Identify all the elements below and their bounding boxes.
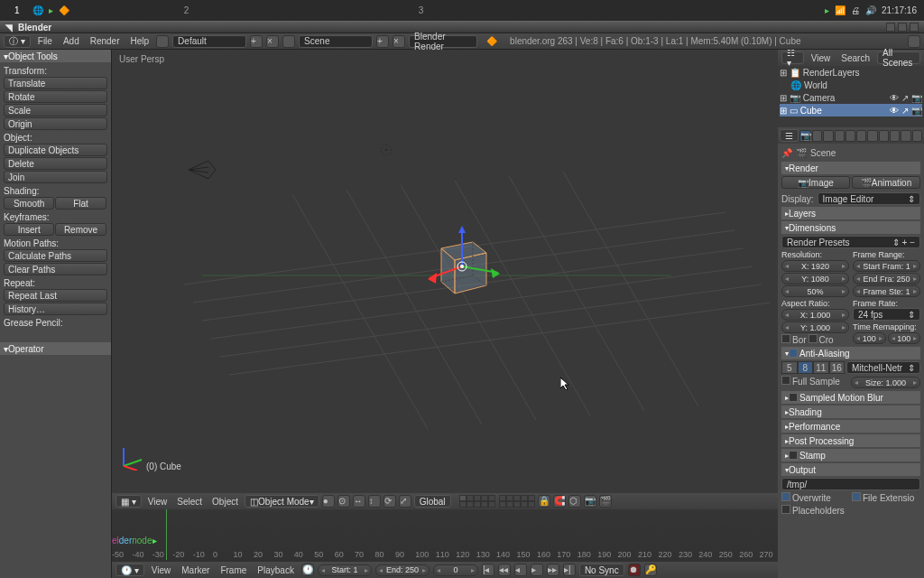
outliner-view-menu[interactable]: View [808, 53, 835, 63]
render-icon[interactable]: 🎬 [599, 495, 612, 508]
scene-del-icon[interactable]: × [393, 35, 405, 48]
rotate-button[interactable]: Rotate [4, 90, 107, 103]
properties-editor-type[interactable]: ☰ [780, 129, 799, 142]
mode-selector[interactable]: ◫ Object Mode ▾ [245, 495, 319, 508]
aa-8[interactable]: 8 [798, 361, 814, 374]
clear-paths-button[interactable]: Clear Paths [4, 263, 107, 275]
placeholders-checkbox[interactable] [781, 505, 790, 514]
close-button[interactable] [910, 23, 919, 32]
scene-tab[interactable] [812, 130, 822, 142]
aa-5[interactable]: 5 [781, 361, 798, 374]
translate-button[interactable]: Translate [4, 77, 107, 89]
file-menu[interactable]: File [34, 36, 56, 46]
fileext-checkbox[interactable] [852, 492, 861, 501]
pp-panel-header[interactable]: Post Processing [781, 434, 920, 447]
keyframe-prev-icon[interactable]: ◂◂ [498, 564, 511, 576]
jump-start-icon[interactable]: |◂ [482, 564, 494, 576]
remove-keyframe-button[interactable]: Remove [55, 223, 106, 236]
menu-icon[interactable]: ◥ [5, 23, 13, 33]
outliner-camera[interactable]: ⊞ 📷Camera👁 ↗ 📷 [780, 91, 922, 104]
render-menu[interactable]: Render [87, 36, 124, 46]
play-icon[interactable]: ▸ [531, 564, 543, 576]
lock-icon[interactable]: 🔒 [538, 495, 550, 508]
keyframe-next-icon[interactable]: ▸▸ [547, 564, 559, 576]
shading-panel-header[interactable]: Shading [781, 406, 920, 418]
shading-icon[interactable]: ● [322, 495, 335, 508]
render-engine-selector[interactable]: Blender Render [409, 35, 477, 48]
physics-tab[interactable] [912, 130, 922, 142]
start-frame[interactable]: Start Fram: 1 [853, 260, 920, 272]
sync-selector[interactable]: No Sync [579, 564, 624, 576]
layer-buttons[interactable] [459, 495, 535, 508]
cube-object[interactable] [428, 226, 491, 289]
aa-11[interactable]: 11 [813, 361, 829, 374]
layout-del-icon[interactable]: × [266, 35, 279, 48]
data-tab[interactable] [867, 130, 877, 142]
outliner-editor-type[interactable]: ☷ ▾ [781, 51, 804, 64]
stamp-panel-header[interactable]: Stamp [781, 449, 920, 461]
render-presets[interactable]: Render Presets⇕ + − [781, 236, 920, 248]
help-menu[interactable]: Help [127, 36, 153, 46]
res-pct[interactable]: 50% [781, 285, 849, 297]
performance-panel-header[interactable]: Performance [781, 420, 920, 433]
volume-icon[interactable]: 🔊 [865, 5, 876, 15]
history-button[interactable]: History… [4, 303, 107, 315]
editor-type-button[interactable]: ⓘ ▾ [4, 35, 31, 48]
current-frame-field[interactable]: 0 [433, 564, 478, 576]
tl-view-menu[interactable]: View [148, 565, 175, 575]
render-image-button[interactable]: 📷 Image [781, 176, 850, 189]
snap-icon[interactable]: 🧲 [553, 495, 566, 508]
crop-checkbox[interactable] [808, 334, 818, 343]
minimize-button[interactable] [886, 23, 895, 32]
aa-16[interactable]: 16 [829, 361, 845, 374]
blender-icon[interactable]: 🔶 [59, 5, 69, 15]
record-icon[interactable]: ⏺ [628, 564, 641, 576]
wifi-icon[interactable]: 📶 [835, 5, 845, 15]
outliner-filter[interactable]: All Scenes [877, 51, 920, 64]
aspect-y[interactable]: Y: 1.000 [781, 322, 849, 333]
aspect-x[interactable]: X: 1.000 [781, 309, 849, 321]
aa-filter[interactable]: Mitchell-Netr⇕ [846, 361, 920, 374]
jump-end-icon[interactable]: ▸| [563, 564, 576, 576]
frame-step[interactable]: Frame Ste: 1 [853, 285, 920, 297]
clock-icon[interactable]: 🕐 [301, 564, 314, 576]
tl-frame-menu[interactable]: Frame [217, 565, 250, 575]
repeat-last-button[interactable]: Repeat Last [4, 289, 107, 302]
scene-browse-icon[interactable] [282, 35, 295, 48]
view3d-select-menu[interactable]: Select [173, 497, 206, 507]
scene-add-icon[interactable]: + [376, 35, 389, 48]
view3d-editor-type[interactable]: ▦ ▾ [116, 495, 142, 508]
scale-button[interactable]: Scale [4, 104, 107, 117]
overwrite-checkbox[interactable] [781, 492, 790, 501]
duplicate-button[interactable]: Duplicate Objects [4, 144, 107, 156]
layers-panel-header[interactable]: Layers [781, 207, 920, 219]
view3d-view-menu[interactable]: View [144, 497, 171, 507]
render-tab[interactable]: 📷 [799, 130, 811, 142]
remap-old[interactable]: 100 [853, 332, 886, 344]
remap-new[interactable]: 100 [888, 332, 921, 344]
workspace-3[interactable]: 3 [304, 5, 539, 15]
world-tab[interactable] [823, 130, 833, 142]
manipulator-icon[interactable]: ↔ [353, 495, 365, 508]
outliner-search-menu[interactable]: Search [837, 53, 873, 63]
origin-button[interactable]: Origin [4, 117, 107, 130]
layout-add-icon[interactable]: + [250, 35, 263, 48]
modifiers-tab[interactable] [856, 130, 866, 142]
constraints-tab[interactable] [845, 130, 855, 142]
flat-button[interactable]: Flat [55, 197, 106, 210]
manip-translate[interactable]: ↕ [368, 495, 381, 508]
3d-viewport[interactable]: User Persp [112, 50, 778, 493]
view3d-object-menu[interactable]: Object [208, 497, 242, 507]
aa-panel-header[interactable]: Anti-Aliasing [781, 347, 920, 359]
scene-selector[interactable]: Scene [299, 35, 373, 48]
output-path[interactable]: /tmp/ [781, 478, 920, 490]
manip-rotate[interactable]: ⟳ [383, 495, 396, 508]
display-selector[interactable]: Image Editor⇕ [818, 192, 920, 205]
timeline[interactable]: eldernode▸ -50-40-30-20-1001020304050607… [112, 509, 778, 578]
timeline-ruler[interactable]: -50-40-30-20-100102030405060708090100110… [112, 549, 778, 560]
smooth-button[interactable]: Smooth [4, 197, 54, 210]
app-icon[interactable]: 🌐 [32, 5, 43, 15]
operator-header[interactable]: ▾ Operator [0, 342, 111, 355]
layout-selector[interactable]: Default [172, 35, 246, 48]
battery-icon[interactable]: 🖨 [851, 5, 860, 15]
